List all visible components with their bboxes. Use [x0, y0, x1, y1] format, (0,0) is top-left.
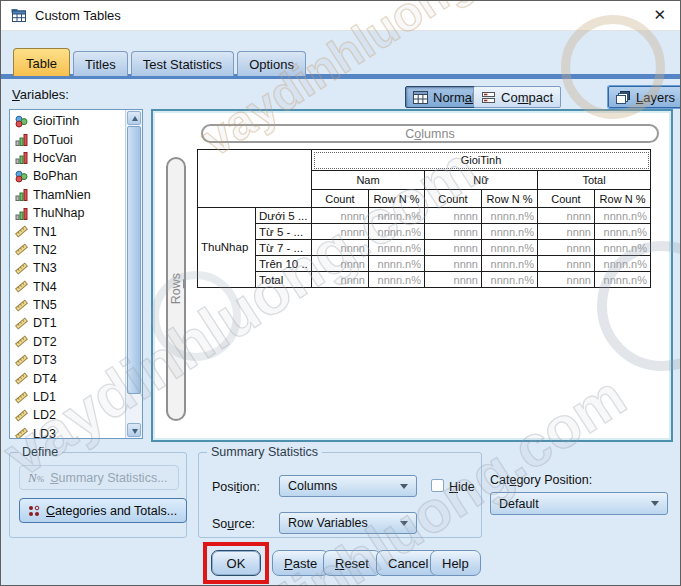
paste-button[interactable]: Paste — [272, 550, 329, 576]
stat-header-cell: Count — [538, 190, 595, 208]
summary-statistics-group-label: Summary Statistics — [207, 445, 322, 459]
position-value: Columns — [288, 479, 337, 493]
variable-item-hocvan[interactable]: HocVan — [12, 149, 125, 167]
variable-item-thamnien[interactable]: ThamNien — [12, 186, 125, 204]
variable-label: GioiTinh — [33, 114, 79, 128]
define-group: Define N% Summary Statistics... Categori… — [9, 452, 187, 538]
variable-item-dotuoi[interactable]: DoTuoi — [12, 130, 125, 148]
stat-header-cell: Row N % — [369, 190, 425, 208]
close-icon[interactable]: ✕ — [653, 6, 666, 24]
percent-value-cell: nnnn.n% — [595, 208, 651, 224]
scale-measure-icon — [15, 243, 28, 256]
percent-value-cell: nnnn.n% — [369, 224, 425, 240]
layer-header-cell[interactable]: GioiTinh — [312, 150, 651, 171]
categories-dots-icon — [28, 505, 40, 517]
hide-checkbox[interactable] — [431, 479, 444, 492]
count-value-cell: nnnn — [538, 240, 595, 256]
count-value-cell: nnnn — [312, 240, 369, 256]
percent-value-cell: nnnn.n% — [482, 240, 538, 256]
variable-item-tn2[interactable]: TN2 — [12, 241, 125, 259]
categories-and-totals-button-label: Categories and Totals... — [46, 504, 177, 518]
row-category-cell: Dưới 5 ... — [256, 208, 312, 224]
categories-and-totals-button[interactable]: Categories and Totals... — [19, 498, 187, 523]
help-button[interactable]: Help — [430, 550, 481, 576]
ordinal-measure-icon — [15, 188, 28, 201]
stat-header-cell: Count — [312, 190, 369, 208]
rows-drop-label: Rows — [169, 273, 183, 304]
scale-measure-icon — [15, 354, 28, 367]
scale-measure-icon — [15, 262, 28, 275]
tab-titles[interactable]: Titles — [73, 51, 128, 76]
count-value-cell: nnnn — [425, 240, 482, 256]
count-value-cell: nnnn — [425, 272, 482, 288]
count-value-cell: nnnn — [538, 272, 595, 288]
variable-label: TN1 — [33, 225, 57, 239]
row-stub-cell[interactable]: ThuNhap — [198, 208, 256, 288]
percent-value-cell: nnnn.n% — [369, 240, 425, 256]
count-value-cell: nnnn — [538, 208, 595, 224]
count-value-cell: nnnn — [425, 208, 482, 224]
variable-item-ld2[interactable]: LD2 — [12, 406, 125, 424]
variable-label: DoTuoi — [33, 133, 73, 147]
variable-label: DT2 — [33, 335, 57, 349]
variable-item-dt2[interactable]: DT2 — [12, 333, 125, 351]
ok-highlight-annotation — [203, 542, 269, 584]
percent-value-cell: nnnn.n% — [482, 208, 538, 224]
scroll-down-icon[interactable] — [127, 423, 141, 437]
source-dropdown[interactable]: Row Variables — [279, 512, 417, 534]
scroll-up-icon[interactable] — [127, 111, 141, 125]
chevron-down-icon — [400, 484, 408, 489]
variable-label: ThamNien — [33, 188, 91, 202]
reset-button[interactable]: Reset — [323, 550, 381, 576]
category-position-label: Category Position: — [490, 473, 592, 487]
variables-scrollbar[interactable] — [125, 110, 142, 438]
normal-label: Normal — [433, 90, 475, 105]
variable-item-tn3[interactable]: TN3 — [12, 259, 125, 277]
variable-label: LD2 — [33, 408, 56, 422]
count-value-cell: nnnn — [312, 272, 369, 288]
rows-drop-zone[interactable]: Rows — [166, 157, 186, 421]
count-value-cell: nnnn — [425, 256, 482, 272]
scale-measure-icon — [15, 280, 28, 293]
variable-item-thunhap[interactable]: ThuNhap — [12, 204, 125, 222]
percent-value-cell: nnnn.n% — [595, 240, 651, 256]
variable-item-dt4[interactable]: DT4 — [12, 369, 125, 387]
variable-item-tn5[interactable]: TN5 — [12, 296, 125, 314]
variable-item-bophan[interactable]: BoPhan — [12, 167, 125, 185]
stat-header-cell: Row N % — [482, 190, 538, 208]
layers-icon — [616, 91, 631, 104]
scale-measure-icon — [15, 372, 28, 385]
variable-item-dt1[interactable]: DT1 — [12, 314, 125, 332]
tab-bar: Table Titles Test Statistics Options — [13, 48, 306, 76]
percent-value-cell: nnnn.n% — [369, 208, 425, 224]
chevron-down-icon — [651, 501, 659, 506]
compact-label: Compact — [501, 90, 553, 105]
tab-test-statistics[interactable]: Test Statistics — [131, 51, 234, 76]
hide-label[interactable]: Hide — [449, 480, 475, 494]
variable-item-ld1[interactable]: LD1 — [12, 388, 125, 406]
variable-item-tn4[interactable]: TN4 — [12, 278, 125, 296]
tab-options[interactable]: Options — [237, 51, 306, 76]
position-dropdown[interactable]: Columns — [279, 475, 417, 497]
tab-table[interactable]: Table — [13, 48, 70, 76]
ordinal-measure-icon — [15, 151, 28, 164]
variable-item-dt3[interactable]: DT3 — [12, 351, 125, 369]
table-preview-canvas[interactable]: Columns Rows GioiTinhNamNữTotalCountRow … — [151, 109, 673, 442]
variables-list[interactable]: GioiTinhDoTuoiHocVanBoPhanThamNienThuNha… — [9, 109, 143, 439]
percent-value-cell: nnnn.n% — [482, 224, 538, 240]
variable-item-tn1[interactable]: TN1 — [12, 222, 125, 240]
group-header-cell: Nam — [312, 171, 425, 190]
columns-drop-zone[interactable]: Columns — [201, 124, 659, 143]
normal-view-button[interactable]: Normal — [405, 86, 483, 108]
variable-item-ld3[interactable]: LD3 — [12, 425, 125, 438]
category-position-dropdown[interactable]: Default — [490, 492, 668, 515]
layers-button[interactable]: Layers — [608, 86, 681, 108]
variable-item-gioitinh[interactable]: GioiTinh — [12, 112, 125, 130]
percent-value-cell: nnnn.n% — [595, 272, 651, 288]
scrollbar-thumb[interactable] — [127, 126, 141, 394]
compact-view-button[interactable]: Compact — [473, 86, 561, 108]
percent-value-cell: nnnn.n% — [369, 256, 425, 272]
row-category-cell: Trên 10 .. — [256, 256, 312, 272]
percent-value-cell: nnnn.n% — [595, 256, 651, 272]
chevron-down-icon — [400, 521, 408, 526]
